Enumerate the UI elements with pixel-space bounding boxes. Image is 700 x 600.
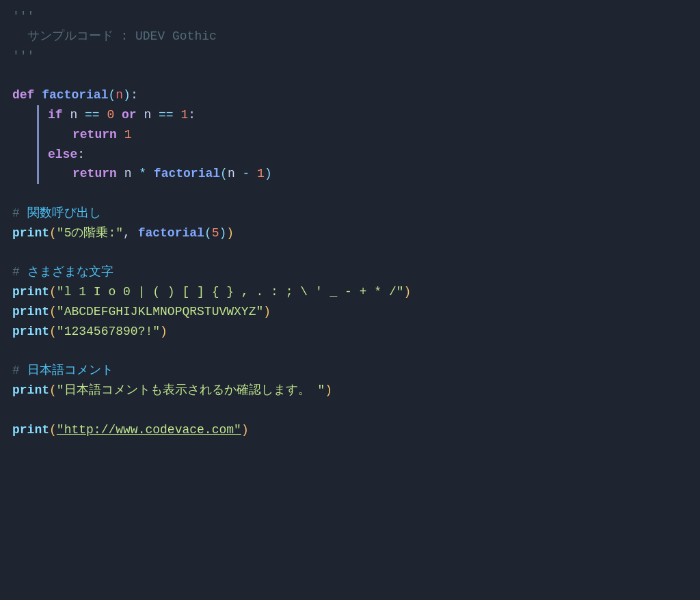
var-n2: n: [124, 164, 139, 184]
paren-open: (: [108, 85, 116, 105]
gutter-else: [37, 145, 41, 165]
empty-line-4: [12, 342, 688, 362]
docstring-close: ''': [12, 46, 34, 66]
builtin-print6: print: [12, 420, 49, 440]
colon-if: :: [188, 105, 196, 125]
paren-f3o: (: [204, 223, 212, 243]
comma1: ,: [123, 223, 138, 243]
line-print6: print("http://www.codevace.com"): [12, 420, 688, 440]
comment-hash2: #: [12, 262, 27, 282]
docstring-open: ''': [12, 7, 34, 27]
builtin-print4: print: [12, 322, 49, 342]
line-print5: print("日本語コメントも表示されるか確認します。 "): [12, 381, 688, 400]
paren-p2o: (: [49, 282, 57, 302]
fn-factorial: factorial: [42, 85, 108, 105]
line-print4: print("1234567890?!"): [12, 322, 688, 342]
op-minus: -: [242, 164, 257, 184]
num-0: 0: [107, 105, 114, 125]
paren-p2c: ): [404, 282, 412, 302]
var-n1: n: [70, 105, 85, 125]
paren-p6c: ): [241, 420, 249, 440]
docstring-content: サンプルコード : UDEV Gothic: [12, 27, 217, 46]
fn-factorial2: factorial: [154, 164, 220, 184]
line-comment2: # さまざまな文字: [12, 262, 688, 282]
line-return1: return 1: [12, 125, 688, 145]
paren-p1c: ): [226, 223, 234, 243]
op-mul: *: [139, 164, 154, 184]
line-print3: print("ABCDEFGHIJKLMNOPQRSTUVWXYZ"): [12, 302, 688, 322]
paren-p5c: ): [325, 381, 332, 400]
code-editor: ''' サンプルコード : UDEV Gothic ''' def factor…: [12, 7, 688, 440]
str-abc: "ABCDEFGHIJKLMNOPQRSTUVWXYZ": [57, 302, 263, 322]
line-print1: print("5の階乗:", factorial(5)): [12, 223, 688, 243]
empty-line-1: [12, 66, 688, 85]
num-1b: 1: [257, 164, 265, 184]
kw-return1: return: [72, 125, 124, 145]
colon-else: :: [77, 145, 85, 165]
comment-hash1: #: [12, 204, 27, 223]
paren-p3c: ): [263, 302, 271, 322]
str-url: "http://www.codevace.com": [57, 420, 241, 440]
var-n3: n: [228, 164, 243, 184]
kw-def: def: [12, 85, 42, 105]
paren-f3c: ): [219, 223, 227, 243]
param-n: n: [116, 85, 123, 105]
op-eq1: ==: [85, 105, 107, 125]
line-docstring-open: ''': [12, 7, 688, 27]
paren-p3o: (: [49, 302, 57, 322]
kw-or: or: [122, 105, 137, 125]
line-def: def factorial(n):: [12, 85, 688, 105]
comment-jp3: 日本語コメント: [27, 361, 113, 381]
str-5no: "5の階乗:": [57, 223, 123, 243]
kw-return2: return: [72, 164, 124, 184]
line-else: else:: [12, 145, 688, 165]
line-comment3: # 日本語コメント: [12, 361, 688, 381]
empty-line-5: [12, 400, 688, 420]
line-return2: return n * factorial(n - 1): [12, 164, 688, 184]
paren-p1o: (: [49, 223, 57, 243]
num-5: 5: [212, 223, 219, 243]
paren-c2: ): [265, 164, 272, 184]
line-print2: print("l 1 I o 0 | ( ) [ ] { } , . : ; \…: [12, 282, 688, 302]
str-chars: "l 1 I o 0 | ( ) [ ] { } , . : ; \ ' _ -…: [57, 282, 404, 302]
line-if: if n == 0 or n == 1:: [12, 105, 688, 125]
line-docstring-content: サンプルコード : UDEV Gothic: [12, 27, 688, 46]
builtin-print2: print: [12, 282, 49, 302]
ret-num1: 1: [124, 125, 132, 145]
kw-if: if: [48, 105, 70, 125]
gutter-ret1: [37, 125, 41, 145]
sp2: n: [137, 105, 159, 125]
num-1: 1: [180, 105, 188, 125]
fn-factorial3: factorial: [138, 223, 204, 243]
paren-p4o: (: [49, 322, 57, 342]
line-comment1: # 関数呼び出し: [12, 204, 688, 223]
comment-jp1: 関数呼び出し: [27, 204, 101, 223]
builtin-print3: print: [12, 302, 49, 322]
empty-line-3: [12, 243, 688, 263]
sp1: [114, 105, 122, 125]
builtin-print5: print: [12, 381, 49, 400]
paren-p5o: (: [49, 381, 57, 400]
gutter-if: [37, 105, 41, 125]
kw-else: else: [48, 145, 77, 165]
empty-line-2: [12, 184, 688, 204]
builtin-print1: print: [12, 223, 49, 243]
paren-p6o: (: [49, 420, 57, 440]
paren-close: ): [123, 85, 131, 105]
paren-o2: (: [220, 164, 228, 184]
str-nums: "1234567890?!": [57, 322, 160, 342]
comment-hash3: #: [12, 361, 27, 381]
paren-p4c: ): [160, 322, 167, 342]
str-jp: "日本語コメントも表示されるか確認します。 ": [57, 381, 325, 400]
line-docstring-close: ''': [12, 46, 688, 66]
op-eq2: ==: [159, 105, 180, 125]
colon: :: [131, 85, 138, 105]
gutter-ret2: [37, 164, 41, 184]
comment-jp2: さまざまな文字: [27, 262, 113, 282]
